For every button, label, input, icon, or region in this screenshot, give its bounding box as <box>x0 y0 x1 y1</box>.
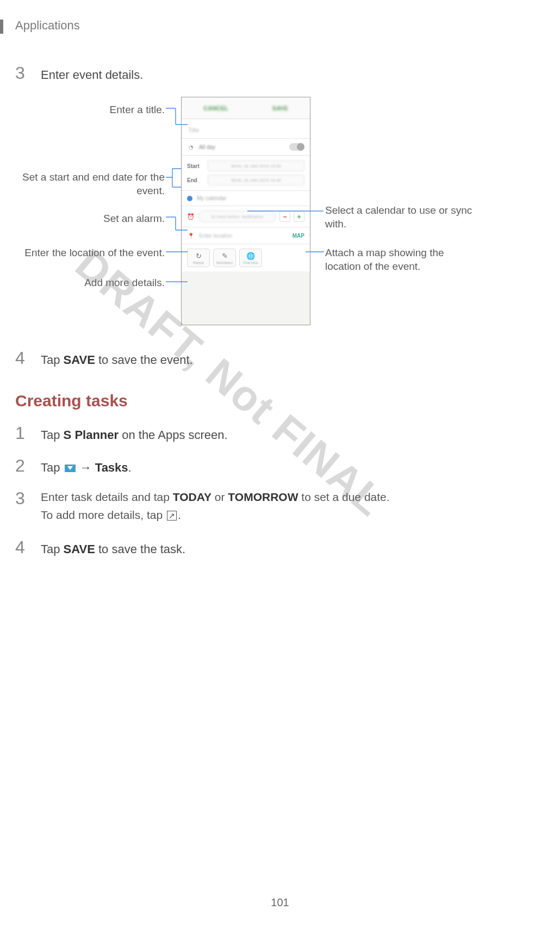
allday-label: All day <box>199 144 215 150</box>
step-3: 3 Enter event details. <box>15 63 143 83</box>
callout-location: Enter the location of the event. <box>15 246 165 260</box>
title-row: Title <box>182 119 310 139</box>
text: or <box>211 491 228 503</box>
step-text: Enter task details and tap TODAY or TOMO… <box>41 488 390 524</box>
page-number: 101 <box>0 896 560 909</box>
end-row: End MON, 26 JAN 2015 16:00 <box>187 173 304 187</box>
dates-section: Start MON, 26 JAN 2015 15:00 End MON, 26… <box>182 156 310 191</box>
bold-text: SAVE <box>64 353 95 367</box>
timezone-label: Time zone <box>243 261 258 264</box>
bold-text: TOMORROW <box>228 491 298 503</box>
bold-text: S Planner <box>64 428 119 442</box>
repeat-icon: ↻ <box>196 252 202 260</box>
text: . <box>178 509 181 521</box>
step-4: 4 Tap SAVE to save the event. <box>15 348 193 368</box>
bold-text: TODAY <box>173 491 211 503</box>
repeat-label: Repeat <box>193 261 203 264</box>
section-creating-tasks: Creating tasks <box>15 392 128 410</box>
calendar-dot-icon <box>187 196 192 201</box>
step-number: 3 <box>15 488 34 509</box>
manual-page: Applications 3 Enter event details. CANC… <box>0 0 560 935</box>
step-number: 2 <box>15 456 34 476</box>
step-text: Tap → Tasks. <box>41 461 132 475</box>
clock-icon: ◔ <box>187 143 195 151</box>
callout-calendar: Select a calendar to use or sync with. <box>325 204 477 231</box>
calendar-row: My calendar <box>182 191 310 206</box>
text: Tap <box>41 428 64 442</box>
header-accent <box>0 20 3 34</box>
title-placeholder: Title <box>188 127 199 133</box>
text: Tap <box>41 542 64 556</box>
text: . <box>128 461 132 474</box>
callout-map: Attach a map showing the location of the… <box>325 246 477 273</box>
description-button: ✎ Description <box>213 249 236 267</box>
expand-icon <box>167 511 177 521</box>
more-row: ↻ Repeat ✎ Description 🌐 Time zone <box>182 244 310 271</box>
step-text: Tap S Planner on the Apps screen. <box>41 428 228 442</box>
pin-icon: 📍 <box>187 232 195 239</box>
callout-more: Add more details. <box>15 276 165 290</box>
end-value: MON, 26 JAN 2015 16:00 <box>208 175 304 185</box>
start-row: Start MON, 26 JAN 2015 15:00 <box>187 159 304 173</box>
alarm-row: ⏰ 10 mins before, Notification − + <box>182 206 310 227</box>
alarm-add-icon: + <box>294 211 304 222</box>
text: to save the event. <box>95 353 193 367</box>
text: Tap <box>41 461 64 474</box>
calendar-name: My calendar <box>197 195 226 201</box>
repeat-button: ↻ Repeat <box>187 249 210 267</box>
phone-topbar: CANCEL SAVE <box>182 97 310 119</box>
start-value: MON, 26 JAN 2015 15:00 <box>208 160 304 171</box>
step-number: 1 <box>15 423 34 443</box>
text: on the Apps screen. <box>119 428 228 442</box>
phone-screenshot: CANCEL SAVE Title ◔ All day Start MON, 2… <box>181 97 310 325</box>
step-number: 3 <box>15 63 34 83</box>
step-number: 4 <box>15 537 34 558</box>
dropdown-icon <box>65 465 76 472</box>
text: Tap <box>41 353 64 367</box>
page-header: Applications <box>15 18 80 33</box>
location-placeholder: Enter location <box>199 233 288 239</box>
globe-icon: 🌐 <box>246 252 255 260</box>
alarm-remove-icon: − <box>279 211 290 222</box>
text: Enter task details and tap <box>41 491 173 503</box>
step-text: Tap SAVE to save the event. <box>41 353 193 367</box>
step-text: Tap SAVE to save the task. <box>41 542 185 556</box>
callout-dates: Set a start and end date for the event. <box>15 171 165 197</box>
task-step-3: 3 Enter task details and tap TODAY or TO… <box>15 488 390 524</box>
arrow-text: → <box>77 461 95 474</box>
alarm-chip: 10 mins before, Notification <box>198 210 276 222</box>
allday-toggle <box>289 143 304 151</box>
timezone-button: 🌐 Time zone <box>239 249 262 267</box>
cancel-button: CANCEL <box>203 105 228 112</box>
callout-alarm: Set an alarm. <box>15 212 165 226</box>
location-row: 📍 Enter location MAP <box>182 227 310 244</box>
description-label: Description <box>216 261 233 264</box>
start-label: Start <box>187 163 203 169</box>
callout-title: Enter a title. <box>15 103 165 117</box>
step-text: Enter event details. <box>41 68 143 82</box>
text: to set a due date. <box>298 491 389 503</box>
bold-text: SAVE <box>64 542 95 556</box>
allday-row: ◔ All day <box>182 139 310 156</box>
task-step-4: 4 Tap SAVE to save the task. <box>15 537 185 558</box>
task-step-1: 1 Tap S Planner on the Apps screen. <box>15 423 228 443</box>
bold-text: Tasks <box>95 461 128 474</box>
save-button: SAVE <box>272 105 288 112</box>
map-label: MAP <box>293 233 304 239</box>
end-label: End <box>187 177 203 183</box>
step-number: 4 <box>15 348 34 368</box>
text: to save the task. <box>95 542 185 556</box>
edit-icon: ✎ <box>222 252 228 260</box>
text: To add more details, tap <box>41 509 166 521</box>
task-step-2: 2 Tap → Tasks. <box>15 456 132 476</box>
alarm-icon: ⏰ <box>187 213 195 220</box>
